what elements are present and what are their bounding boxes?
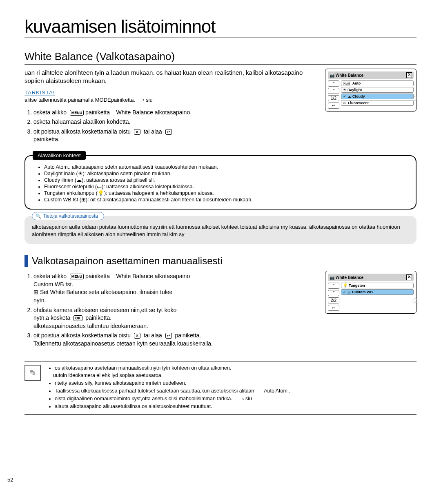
nav-page-indicator: 2/2 [328, 297, 339, 303]
check-label: TARKISTA! [24, 89, 55, 96]
submenu-daylight: Daylight inalo (☀): alkotasapaino sdetn … [44, 170, 408, 176]
nav-up-button[interactable]: ˄ [328, 283, 339, 289]
info-box: Tietoja valkotasapainosta alkotasapainon… [24, 216, 416, 244]
wb-item-cloudy[interactable]: ✓☁Cloudy [341, 94, 414, 99]
notes-block: ✎ os alkotasapaino asetetaan manuaalises… [24, 361, 416, 415]
sun-icon: ☀ [78, 171, 83, 176]
menu-icon: MENU [70, 274, 84, 279]
nav-down-button[interactable]: ˅ [328, 88, 339, 94]
submenu-custom: Custom WB tst (⊞): oit st alkotasapainoa… [44, 196, 408, 203]
return-icon: ↩ [165, 333, 172, 339]
nav-down-button[interactable]: ˅ [328, 290, 339, 296]
steps-list-1: osketa alikko MENU painiketta White Bala… [24, 109, 416, 144]
submenu-auto: Auto Atom.: alkotasapaino sdetn automaat… [44, 164, 408, 170]
note3: ritetty asetus sily, kunnes alkotasapain… [55, 380, 290, 387]
chapter-title: kuvaamisen lisätoiminnot [24, 16, 416, 38]
submenu-box: Alavalikon kohteet Auto Atom.: alkotasap… [24, 155, 416, 210]
step3b: oit poistua alikosta koskettamalla oistu… [33, 332, 416, 348]
return-icon[interactable]: ↩ [328, 103, 339, 109]
screen2-title: 📷 White Balance [330, 275, 363, 280]
wb-item-fluorescent[interactable]: ▭Fluorescent [341, 100, 414, 106]
note-icon: ✎ [24, 365, 41, 381]
step2: osketa haluamaasi alaalikon kohdetta. [33, 118, 416, 126]
note4: Taallisessa ulkokuauksessa parhaat tulok… [55, 388, 290, 395]
wb-item-tungsten[interactable]: 💡Tungsten [341, 283, 414, 288]
close-icon: ✕ [134, 129, 140, 135]
note2: uutoin ideokamera ei ehk lyd sopiaa aset… [53, 372, 290, 379]
wb-item-custom[interactable]: ✓⊞Custom WB [341, 289, 414, 295]
submenu-fluorescent: Fluorescent oisteputki (▭): uattaessa al… [44, 183, 408, 190]
step3: oit poistua alikosta koskettamalla oistu… [33, 128, 416, 144]
return-icon[interactable]: ↩ [328, 305, 339, 311]
nav-page-indicator: 1/2 [328, 95, 339, 101]
note5: oista digitaalinen oomaustoiminto kyst,o… [55, 395, 290, 402]
fluorescent-icon: ▭ [97, 184, 102, 190]
custom-icon: ⊞ [33, 289, 38, 295]
screen-wb-list-2: 📷 White Balance ✕ ˄ ˅ 2/2 ↩ 💡Tungsten ✓⊞… [325, 271, 416, 314]
info-text: alkotasapainon aulla oidaan poistaa luon… [32, 223, 409, 238]
return-icon: ↩ [165, 129, 172, 135]
note1: os alkotasapaino asetetaan manuaalisesti… [55, 365, 290, 372]
cloud-icon: ☁ [76, 177, 82, 183]
submenu-cloudy: Cloudy ilinen (☁): uattaessa arossa tai … [44, 177, 408, 183]
close-icon[interactable]: ✕ [406, 72, 412, 78]
bulb-icon: 💡 [98, 190, 104, 196]
close-icon: ✕ [134, 333, 140, 339]
submenu-tungsten: Tungsten ehkulamppu (💡): uattaessa halog… [44, 190, 408, 196]
screen1-title: 📷 White Balance [330, 73, 363, 78]
info-tab: Tietoja valkotasapainosta [32, 212, 104, 220]
submenu-title: Alavalikon kohteet [33, 151, 86, 160]
note6: alauta alkotasapaino alkuasetuksiinsa,os… [55, 403, 290, 410]
wb-item-auto[interactable]: AWBAuto [341, 80, 414, 86]
close-icon[interactable]: ✕ [406, 274, 412, 280]
screen-wb-list-1: 📷 White Balance ✕ ˄ ˅ 1/2 ↩ AWBAuto ☀Day… [325, 69, 416, 112]
wb-item-daylight[interactable]: ☀Daylight [341, 87, 414, 93]
subsection-bar [24, 255, 28, 267]
nav-up-button[interactable]: ˄ [328, 80, 339, 87]
ok-icon: OK [74, 315, 82, 321]
section-title-wb: White Balance (Valkotasapaino) [24, 50, 416, 65]
subsection-title: Valkotasapainon asettaminen manuaalisest… [32, 255, 223, 267]
menu-icon: MENU [70, 110, 84, 116]
custom-icon: ⊞ [81, 197, 86, 203]
